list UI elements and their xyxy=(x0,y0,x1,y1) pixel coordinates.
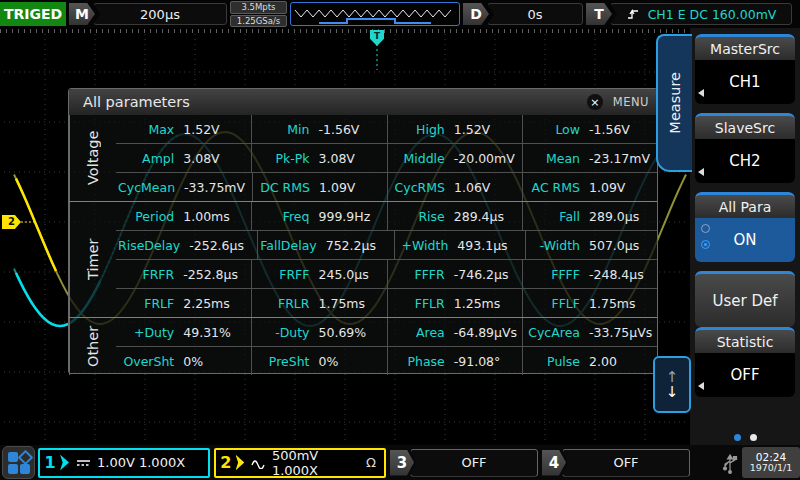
radio-group xyxy=(701,224,710,249)
timebase-value[interactable]: 200µs xyxy=(93,3,227,25)
left-arrow-icon xyxy=(698,382,704,390)
scroll-down-icon[interactable]: ↓ xyxy=(666,385,679,400)
sidebar-item-user-def[interactable]: User Def xyxy=(695,271,795,327)
param-value: -746.2µs xyxy=(445,267,518,282)
datetime-display: 02:24 1970/1/1 xyxy=(742,447,800,478)
param-duty: -Duty50.69% xyxy=(251,318,386,346)
param-falldelay: FallDelay752.2µs xyxy=(257,231,394,259)
param-cycrms: CycRMS1.06V xyxy=(387,173,522,201)
param-name: Area xyxy=(390,325,445,340)
sidebar-item-all-para[interactable]: All ParaON xyxy=(695,192,795,262)
param-value: 50.69% xyxy=(310,325,383,340)
param-value: 1.09V xyxy=(580,180,653,195)
radio-off-icon[interactable] xyxy=(701,224,710,233)
param-name: FRLR xyxy=(254,296,309,311)
param-value: -33.75µVs xyxy=(580,325,653,340)
rising-edge-icon xyxy=(626,7,642,21)
sidebar-item-mastersrc[interactable]: MasterSrcCH1 xyxy=(695,34,795,104)
param-value: 999.9Hz xyxy=(310,209,383,224)
param-name: PreSht xyxy=(254,354,309,369)
param-name: Mean xyxy=(525,151,580,166)
preview-zigzag-icon xyxy=(291,3,459,25)
ac-coupling-icon xyxy=(251,457,267,469)
param-value: 1.25ms xyxy=(445,296,518,311)
sidebar-item-statistic[interactable]: StatisticOFF xyxy=(695,327,795,397)
param-period: Period1.00ms xyxy=(116,202,251,230)
channel-number: 1 xyxy=(40,453,60,472)
param-name: FFFR xyxy=(390,267,445,282)
channel-4-status[interactable]: 4OFF xyxy=(542,449,690,477)
param-name: FRFR xyxy=(118,267,174,282)
pagination-dot-other[interactable] xyxy=(750,434,757,441)
close-icon[interactable]: × xyxy=(587,94,603,110)
channel-scale-text: 1.00V 1.000X xyxy=(97,455,185,470)
param-value: 3.08V xyxy=(310,151,383,166)
param-value: 2.25ms xyxy=(174,296,247,311)
sidebar-item-slavesrc[interactable]: SlaveSrcCH2 xyxy=(695,113,795,183)
sample-rate: 1.25GSa/s xyxy=(230,15,287,28)
channel-2-status[interactable]: 2500mV 1.000XΩ xyxy=(214,448,386,478)
impedance-label: Ω xyxy=(366,455,384,470)
param-name: FFFF xyxy=(525,267,580,282)
param-value: 245.0µs xyxy=(310,267,383,282)
param-name: AC RMS xyxy=(525,180,580,195)
pagination-dot-current[interactable] xyxy=(734,434,741,441)
param-name: Period xyxy=(118,209,174,224)
dialog-title-bar[interactable]: All parameters × MENU xyxy=(69,89,657,115)
measure-tab-label: Measure xyxy=(667,72,683,134)
dialog-menu-label[interactable]: MENU xyxy=(613,95,649,109)
channel-1-status[interactable]: 11.00V 1.000X xyxy=(38,448,210,478)
param-value: -33.75mV xyxy=(175,180,248,195)
param-name: Pulse xyxy=(525,354,580,369)
clock-date: 1970/1/1 xyxy=(750,463,793,474)
measure-menu-tab[interactable]: Measure xyxy=(656,34,692,172)
horizontal-position-value[interactable]: 0s xyxy=(487,3,583,25)
param-value: -1.56V xyxy=(580,122,653,137)
param-value: -20.00mV xyxy=(445,151,518,166)
param-phase: Phase-91.08° xyxy=(387,347,522,375)
param-pulse: Pulse2.00 xyxy=(522,347,657,375)
channel-3-status[interactable]: 3OFF xyxy=(390,449,538,477)
top-status-bar: TRIGED M 200µs 3.5Mpts 1.25GSa/s D 0s T … xyxy=(0,0,800,28)
channel-number: 2 xyxy=(216,453,236,472)
table-row: FRFR-252.8µsFRFF245.0µsFFFR-746.2µsFFFF-… xyxy=(116,259,657,288)
param-value: -248.4µs xyxy=(580,267,653,282)
dialog-title: All parameters xyxy=(83,94,587,110)
table-row: +Duty49.31%-Duty50.69%Area-64.89µVsCycAr… xyxy=(116,318,657,346)
horizontal-ruler xyxy=(0,29,690,33)
param-name: FRLF xyxy=(118,296,174,311)
sidebar-pagination[interactable] xyxy=(690,434,800,441)
scroll-indicator[interactable]: ↑ ↓ xyxy=(653,356,691,413)
param-frfr: FRFR-252.8µs xyxy=(116,260,251,288)
param-value: 1.52V xyxy=(445,122,518,137)
timebase-m-badge: M xyxy=(69,3,95,25)
sidebar-item-value[interactable]: CH1 xyxy=(695,60,795,104)
sidebar-item-value[interactable]: CH2 xyxy=(695,139,795,183)
sidebar-item-value[interactable]: ON xyxy=(695,218,795,262)
param-value: -252.8µs xyxy=(174,267,247,282)
param-name: Min xyxy=(254,122,309,137)
param-name: FFLR xyxy=(390,296,445,311)
all-parameters-dialog: All parameters × MENU VoltageMax1.52VMin… xyxy=(68,88,658,374)
param-cycarea: CycArea-33.75µVs xyxy=(522,318,657,346)
left-arrow-icon xyxy=(698,168,704,176)
trigger-status-badge: TRIGED xyxy=(0,2,66,26)
radio-on-icon[interactable] xyxy=(701,240,710,249)
param-name: FFLF xyxy=(525,296,580,311)
waveform-preview[interactable] xyxy=(290,2,460,26)
param-value: 3.08V xyxy=(174,151,247,166)
trigger-settings[interactable]: CH1 E DC 160.00mV xyxy=(610,3,792,25)
param-value: -64.89µVs xyxy=(445,325,518,340)
bottom-channel-bar: 11.00V 1.000X2500mV 1.000XΩ3OFF4OFF 02:2… xyxy=(0,445,800,480)
param-value: 752.2µs xyxy=(317,238,390,253)
param-value: 493.1µs xyxy=(448,238,521,253)
sidebar-item-header: SlaveSrc xyxy=(695,113,795,139)
section-other: Other+Duty49.31%-Duty50.69%Area-64.89µVs… xyxy=(69,317,657,375)
param-frlr: FRLR1.75ms xyxy=(251,289,386,317)
param-value: 1.75ms xyxy=(310,296,383,311)
channel-off-value: OFF xyxy=(562,449,690,477)
sidebar-item-value[interactable]: OFF xyxy=(695,353,795,397)
trigger-t-badge: T xyxy=(586,3,612,25)
param-name: +Width xyxy=(397,238,449,253)
app-menu-icon[interactable] xyxy=(2,446,35,479)
